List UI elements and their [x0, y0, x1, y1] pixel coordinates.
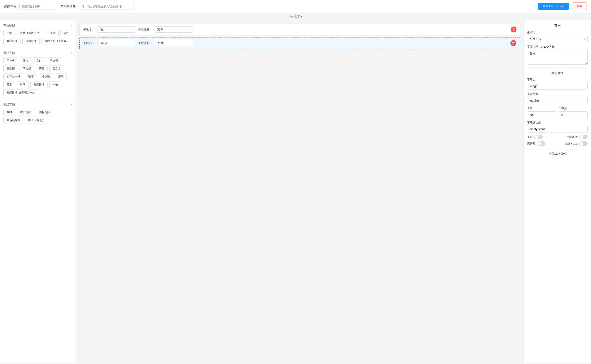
auto-increment-toggle[interactable]	[579, 135, 588, 139]
basic-fields-title: 基础字段	[3, 51, 15, 55]
field-comment-crud-textarea[interactable]: 图片	[527, 50, 588, 65]
table-attr-section-title: 字段表格属性	[527, 152, 588, 156]
right-panel: 常用 生成为 图片上传 字段注释（CRUD字典） 图片 字段属性 字段名 字段类…	[524, 20, 591, 363]
main-layout: 常用字段 ∧ 主键 权重（拖拽排序） 状态 备注 修改时间 创建时间 远程下拉（…	[0, 20, 591, 363]
advanced-fields-title: 高级字段	[3, 103, 15, 107]
generate-as-select-wrap: 图片上传	[527, 36, 588, 42]
common-fields-toggle-icon: ∧	[70, 24, 72, 27]
field-row-image: 字段名： 字段注释：	[79, 37, 520, 49]
allow-null-toggle[interactable]	[579, 141, 588, 146]
top-bar: 数据表名 数据表注释 生成 CRUD 代码 放弃	[0, 0, 591, 13]
advanced-fields-toggle-icon: ∧	[70, 103, 72, 106]
length-input[interactable]	[527, 111, 556, 118]
trash-icon-2	[512, 42, 515, 45]
tag-string[interactable]: 字符串	[3, 58, 18, 64]
tag-update-time[interactable]: 修改时间	[3, 38, 21, 44]
primary-key-label: 主键	[527, 135, 533, 139]
middle-panel: 字段名： 字段注释： 字段名： 字段注释：	[76, 20, 524, 363]
table-name-input[interactable]	[20, 3, 57, 9]
field-name-input-1[interactable]	[97, 26, 135, 33]
auto-increment-toggle-item: 自动递增	[566, 135, 588, 139]
tag-color[interactable]: 颜色选择器	[3, 117, 23, 124]
unsigned-label: 无符号	[527, 142, 535, 146]
unsigned-toggle-item: 无符号	[527, 141, 545, 146]
advanced-fields-grid: 数组 城市选择 图标选择 颜色选择器 图片（多选）	[3, 109, 72, 124]
tag-status[interactable]: 状态	[47, 30, 59, 36]
tag-primary-key[interactable]: 主键	[3, 30, 15, 36]
auto-increment-label: 自动递增	[566, 135, 578, 139]
tag-datetime[interactable]: 时间日期	[30, 82, 48, 88]
field-row-file: 字段名： 字段注释：	[79, 24, 520, 35]
tag-switch[interactable]: 开关	[36, 65, 48, 72]
tag-datetime-timestamp[interactable]: 时间日期（时间戳存储）	[3, 90, 40, 96]
tag-float[interactable]: 浮点数	[39, 73, 53, 80]
advanced-config-button[interactable]: 高级配置 ▾	[289, 14, 302, 18]
divider-2	[3, 99, 72, 99]
common-fields-grid: 主键 权重（拖拽排序） 状态 备注 修改时间 创建时间 远程下拉（关联表）	[3, 30, 72, 44]
field-name-right-input[interactable]	[527, 83, 588, 90]
tag-rich-text[interactable]: 富文本	[49, 65, 64, 72]
tag-array[interactable]: 数组	[3, 109, 15, 116]
tag-year[interactable]: 年份	[49, 82, 61, 88]
table-name-label: 数据表名	[4, 4, 16, 8]
advanced-fields-section-header[interactable]: 高级字段 ∧	[3, 103, 72, 107]
tag-radio[interactable]: 单选框	[47, 58, 61, 64]
delete-field-button-2[interactable]	[510, 40, 516, 46]
table-comment-input[interactable]	[79, 3, 134, 9]
field-comment-input-1[interactable]	[155, 26, 193, 33]
field-properties-title: 字段属性	[527, 72, 588, 75]
decimal-input[interactable]	[559, 111, 588, 118]
tag-number[interactable]: 数字	[25, 73, 37, 80]
discard-button[interactable]: 放弃	[572, 2, 587, 10]
length-label: 长度	[527, 106, 556, 110]
field-comment-label-2: 字段注释：	[138, 41, 153, 45]
tag-textarea[interactable]: 多行文本框	[3, 73, 23, 80]
field-name-label-1: 字段名：	[83, 28, 95, 31]
common-fields-section-header[interactable]: 常用字段 ∧	[3, 24, 72, 27]
tag-file[interactable]: 文件	[33, 58, 45, 64]
common-section-title: 常用	[527, 24, 588, 28]
field-name-label-2: 字段名：	[83, 41, 95, 45]
field-comment-label-1: 字段注释：	[138, 28, 153, 31]
field-name-input-2[interactable]	[97, 40, 135, 46]
tag-multi-image[interactable]: 图片（多选）	[25, 117, 48, 124]
primary-key-toggle[interactable]	[534, 135, 543, 139]
tag-checkbox[interactable]: 复选框	[3, 65, 18, 72]
default-value-input[interactable]	[527, 126, 588, 132]
tag-password[interactable]: 密码	[55, 73, 67, 80]
generate-as-select[interactable]: 图片上传	[527, 36, 588, 42]
tag-create-time[interactable]: 创建时间	[22, 38, 40, 44]
divider-1	[3, 48, 72, 48]
advanced-config-bar: 高级配置 ▾	[0, 13, 591, 20]
generate-crud-button[interactable]: 生成 CRUD 代码	[538, 3, 569, 10]
decimal-label: 小数点	[559, 106, 588, 110]
tag-date[interactable]: 日期	[3, 82, 15, 88]
generate-as-label: 生成为	[527, 31, 588, 34]
trash-icon-1	[512, 28, 515, 31]
toggle-row-2: 无符号 允许NULL	[527, 141, 588, 146]
allow-null-label: 允许NULL	[565, 142, 578, 146]
tag-select[interactable]: 下拉框	[20, 65, 34, 72]
field-type-input[interactable]	[527, 97, 588, 104]
tag-weight[interactable]: 权重（拖拽排序）	[17, 30, 45, 36]
toggle-row-1: 主键 自动递增	[527, 135, 588, 139]
field-name-right-label: 字段名	[527, 78, 588, 82]
basic-fields-toggle-icon: ∧	[70, 52, 72, 55]
length-decimal-row: 长度 小数点	[527, 104, 588, 118]
allow-null-toggle-item: 允许NULL	[565, 141, 588, 146]
tag-icon[interactable]: 图标选择	[36, 109, 53, 116]
delete-field-button-1[interactable]	[511, 26, 517, 32]
basic-fields-section-header[interactable]: 基础字段 ∧	[3, 51, 72, 55]
tag-remark[interactable]: 备注	[60, 30, 72, 36]
field-comment-input-2[interactable]	[155, 40, 193, 46]
tag-image[interactable]: 图片	[20, 58, 31, 64]
primary-key-toggle-item: 主键	[527, 135, 543, 139]
tag-time[interactable]: 时间	[17, 82, 29, 88]
tag-remote-select[interactable]: 远程下拉（关联表）	[41, 38, 72, 44]
unsigned-toggle[interactable]	[537, 141, 545, 146]
chevron-down-icon: ▾	[301, 15, 302, 18]
right-divider-2	[527, 149, 588, 149]
basic-fields-grid: 字符串 图片 文件 单选框 复选框 下拉框 开关 富文本 多行文本框 数字 浮点…	[3, 58, 72, 96]
tag-city[interactable]: 城市选择	[17, 109, 34, 116]
left-panel: 常用字段 ∧ 主键 权重（拖拽排序） 状态 备注 修改时间 创建时间 远程下拉（…	[0, 20, 76, 363]
